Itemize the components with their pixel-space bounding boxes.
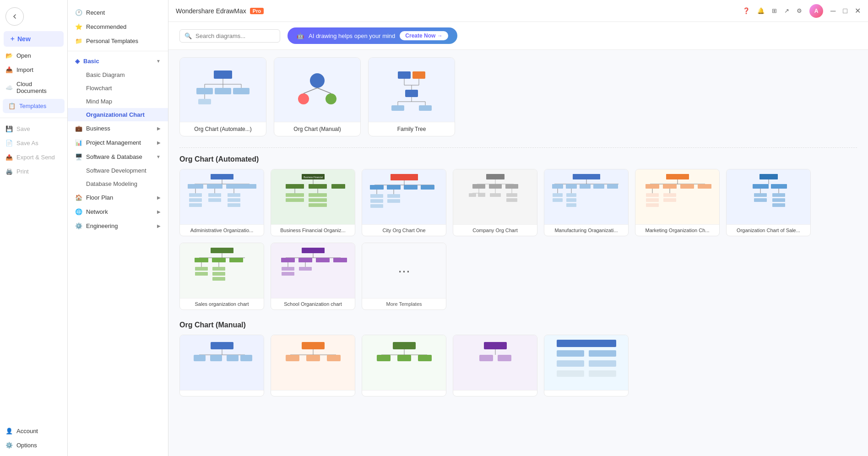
nav-software[interactable]: 🖥️ Software & Database ▼ xyxy=(68,150,168,164)
template-manufacturing[interactable]: Manufacturing Oraganizati... xyxy=(544,169,629,236)
create-now-button[interactable]: Create Now → xyxy=(400,31,448,40)
nav-software-dev[interactable]: Software Development xyxy=(68,164,168,177)
sidebar-item-cloud[interactable]: ☁️ Cloud Documents xyxy=(0,77,67,98)
nav-project[interactable]: 📊 Project Management ▶ xyxy=(68,136,168,150)
template-manual-4[interactable] xyxy=(453,335,537,396)
nav-recommended[interactable]: ⭐ Recommended xyxy=(68,20,168,34)
svg-rect-140 xyxy=(212,272,225,276)
topbar: Wondershare EdrawMax Pro ❓ 🔔 ⊞ ↗ ⚙ A ─ □… xyxy=(168,0,868,22)
svg-rect-52 xyxy=(331,184,345,189)
nav-personal[interactable]: 📁 Personal Templates xyxy=(68,34,168,48)
sidebar-item-export[interactable]: 📤 Export & Send xyxy=(0,150,67,164)
template-more-img: ··· xyxy=(362,243,446,298)
svg-rect-165 xyxy=(306,355,320,361)
sidebar-item-saveas[interactable]: 📄 Save As xyxy=(0,136,67,150)
template-marketing[interactable]: Marketing Organization Ch... xyxy=(635,169,720,236)
svg-rect-85 xyxy=(490,193,501,197)
nav-org-chart[interactable]: Organizational Chart xyxy=(68,108,168,121)
sidebar-item-open[interactable]: 📂 Open xyxy=(0,49,67,63)
nav-basic-diagram[interactable]: Basic Diagram xyxy=(68,68,168,81)
template-manual-4-img xyxy=(453,335,537,390)
back-button[interactable] xyxy=(5,7,24,26)
nav-db-modeling[interactable]: Database Modeling xyxy=(68,177,168,190)
svg-rect-99 xyxy=(553,198,563,202)
svg-rect-38 xyxy=(189,198,202,202)
svg-rect-112 xyxy=(646,193,659,197)
minimize-icon[interactable]: ─ xyxy=(830,7,835,15)
svg-rect-55 xyxy=(286,198,304,202)
avatar[interactable]: A xyxy=(809,4,823,18)
settings-icon[interactable]: ⚙ xyxy=(797,7,802,14)
nav-network[interactable]: 🌐 Network ▶ xyxy=(68,205,168,219)
content-area: Org Chart (Automate...) Org Chart (Manua… xyxy=(168,50,868,456)
template-manual-3[interactable] xyxy=(362,335,446,396)
nav-recent[interactable]: 🕐 Recent xyxy=(68,5,168,20)
nav-floor[interactable]: 🏠 Floor Plan ▶ xyxy=(68,190,168,205)
template-business-fin[interactable]: Business Financial xyxy=(271,169,355,236)
new-button[interactable]: ＋ New xyxy=(4,31,64,47)
section-org-automated-title: Org Chart (Automated) xyxy=(179,155,857,163)
maximize-icon[interactable]: □ xyxy=(843,7,847,15)
svg-rect-157 xyxy=(194,355,206,361)
svg-rect-37 xyxy=(189,193,202,197)
template-org-sales[interactable]: Organization Chart of Sale... xyxy=(726,169,811,236)
main-content: Wondershare EdrawMax Pro ❓ 🔔 ⊞ ↗ ⚙ A ─ □… xyxy=(168,0,868,456)
svg-rect-158 xyxy=(210,355,222,361)
svg-rect-33 xyxy=(207,184,222,189)
svg-rect-126 xyxy=(772,193,785,197)
engineering-icon: ⚙️ xyxy=(75,223,82,229)
nav-business[interactable]: 💼 Business ▶ xyxy=(68,121,168,136)
grid-icon[interactable]: ⊞ xyxy=(772,7,777,14)
search-box[interactable]: 🔍 xyxy=(179,29,280,43)
sidebar-item-templates[interactable]: 📋 Templates xyxy=(3,99,65,113)
template-school-org-img xyxy=(271,243,355,298)
svg-rect-35 xyxy=(241,184,256,189)
nav-mind-map[interactable]: Mind Map xyxy=(68,95,168,108)
template-org-auto[interactable]: Org Chart (Automate...) xyxy=(179,57,266,136)
export-icon: 📤 xyxy=(5,154,13,161)
svg-rect-178 xyxy=(557,350,584,357)
svg-rect-103 xyxy=(566,203,576,207)
template-admin[interactable]: Administrative Organizatio... xyxy=(179,169,264,236)
template-family-tree[interactable]: Family Tree xyxy=(368,57,455,136)
sidebar-item-account[interactable]: 👤 Account xyxy=(0,424,67,438)
pro-badge: Pro xyxy=(250,8,264,14)
template-more[interactable]: ··· More Templates xyxy=(362,243,446,310)
svg-rect-59 xyxy=(309,203,327,207)
svg-rect-51 xyxy=(309,184,327,189)
sidebar-item-import[interactable]: 📥 Import xyxy=(0,63,67,77)
svg-rect-113 xyxy=(646,198,659,202)
sidebar-item-print[interactable]: 🖨️ Print xyxy=(0,164,67,179)
svg-rect-79 xyxy=(505,184,518,189)
svg-rect-148 xyxy=(333,258,347,262)
search-input[interactable] xyxy=(195,33,275,39)
template-city-org[interactable]: City Org Chart One xyxy=(362,169,446,236)
nav-engineering[interactable]: ⚙️ Engineering ▶ xyxy=(68,219,168,233)
nav-basic[interactable]: ◈ Basic ▼ xyxy=(68,54,168,68)
bell-icon[interactable]: 🔔 xyxy=(757,7,765,14)
close-icon[interactable]: ✕ xyxy=(855,6,861,15)
section-org-manual-title: Org Chart (Manual) xyxy=(179,321,857,329)
template-manual-1[interactable] xyxy=(179,335,264,396)
template-marketing-img xyxy=(635,169,719,224)
templates-icon: 📋 xyxy=(8,103,16,109)
folder-icon: 📂 xyxy=(5,52,13,59)
template-sales-org[interactable]: Sales organization chart xyxy=(179,243,264,310)
share-icon[interactable]: ↗ xyxy=(784,7,789,14)
template-manual-3-label xyxy=(362,390,446,396)
template-manual-2[interactable] xyxy=(271,335,355,396)
sidebar-item-options[interactable]: ⚙️ Options xyxy=(0,438,67,452)
svg-rect-69 xyxy=(370,199,383,203)
ai-banner[interactable]: 🤖 AI drawing helps open your mind Create… xyxy=(288,27,457,44)
svg-rect-6 xyxy=(196,88,213,94)
template-manual-5[interactable] xyxy=(544,335,629,396)
svg-rect-83 xyxy=(478,193,485,197)
svg-rect-177 xyxy=(557,340,616,347)
help-icon[interactable]: ❓ xyxy=(743,7,750,14)
svg-rect-183 xyxy=(589,370,616,377)
template-school-org[interactable]: School Organization chart xyxy=(271,243,355,310)
nav-flowchart[interactable]: Flowchart xyxy=(68,81,168,95)
sidebar-item-save[interactable]: 💾 Save xyxy=(0,122,67,136)
template-company-org[interactable]: Company Org Chart xyxy=(453,169,537,236)
template-org-manual[interactable]: Org Chart (Manual) xyxy=(274,57,361,136)
